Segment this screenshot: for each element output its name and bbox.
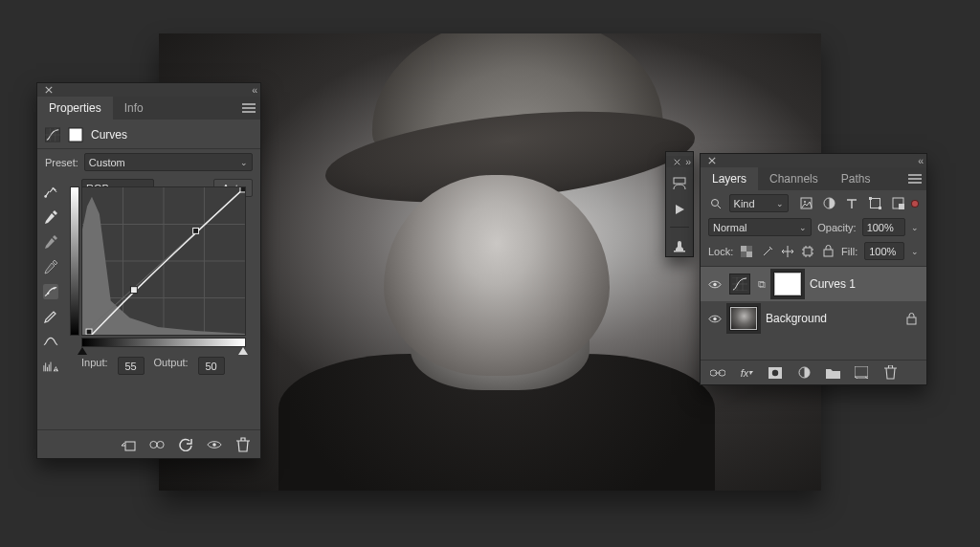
lock-artboard-icon[interactable] bbox=[801, 244, 814, 259]
svg-point-19 bbox=[711, 199, 718, 206]
smooth-icon[interactable] bbox=[43, 334, 58, 349]
panel-titlebar[interactable]: ‹‹ bbox=[701, 154, 926, 167]
svg-point-15 bbox=[157, 441, 164, 448]
eyedropper-black-icon[interactable] bbox=[43, 259, 58, 274]
svg-rect-24 bbox=[869, 197, 872, 200]
layer-row-background[interactable]: Background bbox=[701, 301, 926, 336]
tab-paths[interactable]: Paths bbox=[830, 167, 882, 190]
close-icon[interactable] bbox=[704, 153, 720, 168]
svg-rect-25 bbox=[879, 207, 881, 209]
fx-icon[interactable]: fx▾ bbox=[739, 365, 754, 381]
clip-to-layer-icon[interactable] bbox=[121, 437, 136, 452]
photo-region bbox=[278, 354, 716, 491]
svg-rect-18 bbox=[674, 251, 685, 252]
adjustment-filter-icon[interactable] bbox=[821, 196, 836, 211]
lock-position-icon[interactable] bbox=[781, 244, 794, 259]
opacity-scrubber-icon[interactable]: ⌄ bbox=[911, 223, 919, 232]
play-icon[interactable] bbox=[672, 202, 687, 217]
panel-menu-icon[interactable] bbox=[903, 167, 926, 190]
eyedropper-gray-icon[interactable] bbox=[43, 234, 58, 250]
panel-menu-icon[interactable] bbox=[237, 97, 260, 120]
tab-info[interactable]: Info bbox=[113, 97, 155, 120]
svg-rect-29 bbox=[741, 246, 746, 252]
eyedropper-white-icon[interactable] bbox=[43, 209, 58, 225]
blend-mode-select[interactable]: Normal ⌄ bbox=[708, 218, 812, 236]
lock-transparent-icon[interactable] bbox=[740, 244, 753, 259]
link-icon[interactable]: ⧉ bbox=[758, 278, 766, 291]
link-layers-icon[interactable] bbox=[710, 365, 725, 381]
history-icon[interactable] bbox=[672, 177, 687, 192]
new-adjustment-icon[interactable] bbox=[796, 365, 812, 381]
pencil-icon[interactable] bbox=[43, 309, 58, 324]
chevron-down-icon: ⌄ bbox=[776, 199, 784, 208]
lock-image-icon[interactable] bbox=[760, 244, 773, 259]
black-point-slider[interactable] bbox=[78, 347, 87, 355]
pixel-filter-icon[interactable] bbox=[798, 196, 813, 211]
new-layer-icon[interactable] bbox=[854, 365, 869, 381]
preset-label: Preset: bbox=[45, 157, 78, 168]
svg-point-4 bbox=[47, 293, 49, 295]
target-adjust-icon[interactable] bbox=[43, 185, 58, 200]
add-mask-icon[interactable] bbox=[768, 365, 783, 381]
visibility-icon[interactable] bbox=[708, 276, 722, 292]
expand-icon[interactable]: ›› bbox=[685, 157, 690, 167]
histogram-warning-icon[interactable] bbox=[43, 359, 58, 374]
svg-point-21 bbox=[804, 201, 806, 203]
layer-name[interactable]: Curves 1 bbox=[810, 277, 856, 291]
trash-icon[interactable] bbox=[235, 437, 251, 452]
photo-region bbox=[322, 97, 699, 217]
svg-point-5 bbox=[53, 287, 55, 289]
trash-icon[interactable] bbox=[882, 365, 898, 381]
preset-value: Custom bbox=[89, 157, 125, 168]
edit-points-icon[interactable] bbox=[43, 284, 58, 299]
layers-panel: ‹‹ Layers Channels Paths Kind ⌄ Normal ⌄… bbox=[700, 153, 927, 385]
input-field[interactable] bbox=[118, 357, 145, 375]
close-icon[interactable] bbox=[41, 82, 56, 98]
horizontal-gradient bbox=[81, 338, 246, 347]
lock-all-icon[interactable] bbox=[821, 244, 835, 259]
svg-rect-10 bbox=[130, 287, 137, 294]
tab-properties[interactable]: Properties bbox=[37, 97, 113, 120]
tab-layers[interactable]: Layers bbox=[701, 167, 758, 190]
clone-stamp-icon[interactable] bbox=[672, 237, 687, 252]
filter-toggle[interactable] bbox=[911, 200, 919, 208]
fill-label: Fill: bbox=[841, 246, 858, 257]
output-field[interactable] bbox=[198, 357, 225, 375]
curves-graph[interactable] bbox=[81, 186, 246, 336]
tab-channels[interactable]: Channels bbox=[758, 167, 830, 190]
white-point-slider[interactable] bbox=[238, 347, 248, 355]
svg-rect-32 bbox=[824, 250, 833, 256]
new-group-icon[interactable] bbox=[825, 365, 840, 381]
layer-row-curves[interactable]: ⧉ Curves 1 bbox=[701, 267, 926, 301]
vertical-gradient bbox=[70, 186, 79, 336]
curves-tools bbox=[43, 185, 58, 374]
kind-select[interactable]: Kind ⌄ bbox=[729, 194, 790, 212]
preset-select[interactable]: Custom ⌄ bbox=[84, 153, 253, 171]
view-previous-icon[interactable] bbox=[149, 437, 165, 452]
panel-titlebar[interactable]: ›› bbox=[666, 156, 693, 167]
collapse-icon[interactable]: ‹‹ bbox=[252, 85, 256, 96]
fill-scrubber-icon[interactable]: ⌄ bbox=[911, 247, 919, 256]
svg-rect-30 bbox=[746, 252, 752, 257]
toggle-visibility-icon[interactable] bbox=[207, 437, 222, 452]
smartobject-filter-icon[interactable] bbox=[890, 196, 905, 211]
collapse-icon[interactable]: ‹‹ bbox=[918, 156, 923, 166]
opacity-field[interactable]: 100% bbox=[862, 218, 905, 236]
svg-point-2 bbox=[71, 130, 80, 140]
svg-rect-27 bbox=[899, 204, 904, 209]
visibility-icon[interactable] bbox=[708, 311, 722, 326]
svg-point-14 bbox=[150, 441, 157, 448]
shape-filter-icon[interactable] bbox=[867, 196, 882, 211]
svg-rect-6 bbox=[56, 368, 56, 370]
svg-point-39 bbox=[772, 369, 778, 375]
panel-titlebar[interactable]: ‹‹ bbox=[37, 83, 260, 97]
type-filter-icon[interactable] bbox=[844, 196, 859, 211]
fill-field[interactable]: 100% bbox=[864, 242, 904, 260]
lock-icon[interactable] bbox=[903, 311, 919, 326]
close-icon[interactable] bbox=[669, 154, 684, 169]
reset-icon[interactable] bbox=[178, 437, 193, 452]
layer-thumb[interactable] bbox=[729, 306, 758, 331]
layer-mask-thumb[interactable] bbox=[773, 272, 802, 296]
output-label: Output: bbox=[154, 357, 189, 375]
layer-name[interactable]: Background bbox=[766, 312, 827, 325]
